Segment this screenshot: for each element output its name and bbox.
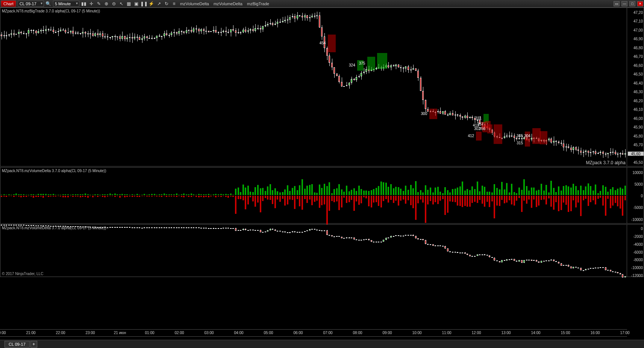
instrument-tab[interactable]: CL 09-17	[5, 341, 30, 348]
big-trade-box	[487, 124, 492, 133]
zoom-in-icon[interactable]: ⊕	[103, 1, 109, 7]
volume-delta-panel[interactable]: MZpack.NT8.mzVolumeDelta 3.7.0 alpha(CL …	[0, 167, 644, 224]
chart-title-badge: Chart	[1, 0, 16, 7]
x-tick: 03:00	[204, 331, 214, 335]
x-tick: 02:00	[174, 331, 184, 335]
indicator-label-3[interactable]: mzBigTrade	[245, 2, 271, 6]
y-tick: 5000	[635, 182, 643, 186]
y-tick: 0	[641, 194, 643, 198]
panel2-axis[interactable]: 1000050000-5000-10000	[627, 168, 644, 223]
watermark: MZpack 3.7.0 alpha	[586, 160, 626, 165]
big-trade-label: 324	[349, 63, 355, 67]
x-tick: 10:00	[412, 331, 421, 335]
y-tick: -10000	[631, 266, 643, 270]
strategy-icon[interactable]: ⚡	[148, 1, 155, 7]
x-tick: 11:00	[442, 331, 451, 335]
big-trade-box	[367, 57, 376, 70]
big-trade-label: 356	[479, 127, 485, 131]
x-tick: 13:00	[501, 331, 511, 335]
copyright: © 2017 NinjaTrader, LLC	[2, 272, 43, 276]
big-trade-box	[377, 53, 387, 69]
y-tick: -10000	[631, 217, 643, 221]
indicator-label-1[interactable]: mzVolumeDelta	[179, 2, 211, 6]
reload-icon[interactable]: ↻	[164, 1, 170, 7]
y-tick: 45,80	[633, 134, 643, 138]
big-trade-label: 375	[359, 61, 365, 65]
y-tick: 46,50	[633, 72, 643, 76]
price-marker: 45,60	[628, 151, 644, 156]
time-axis[interactable]: 20:0021:0022:0023:0021 июн01:0002:0003:0…	[0, 329, 627, 337]
snapshot-icon[interactable]: ▣	[133, 1, 139, 7]
y-tick: -5000	[633, 206, 643, 210]
y-tick: 47,00	[633, 28, 643, 32]
maximize-button[interactable]: □	[629, 1, 635, 6]
data-window-icon[interactable]: ▦	[126, 1, 132, 7]
y-tick: -8000	[633, 258, 643, 262]
big-trade-box	[540, 131, 547, 144]
big-trade-box	[525, 139, 530, 147]
y-tick: -12000	[631, 273, 643, 277]
y-tick: 46,80	[633, 45, 643, 50]
indicator-label-2[interactable]: mzVolumeDelta	[212, 2, 244, 6]
y-tick: 46,20	[633, 98, 643, 103]
y-tick: 46,00	[633, 116, 643, 120]
x-tick: 04:00	[234, 331, 243, 335]
search-icon[interactable]: 🔍	[45, 1, 52, 7]
x-tick: 21:00	[26, 331, 35, 335]
settings-icon[interactable]: ≡	[171, 1, 177, 7]
y-tick: 45,70	[633, 143, 643, 147]
big-trade-box	[494, 124, 502, 144]
y-tick: -4000	[633, 242, 643, 246]
x-tick: 09:00	[382, 331, 392, 335]
x-tick: 14:00	[531, 331, 540, 335]
cursor-icon[interactable]: ↖	[118, 1, 124, 7]
x-tick: 15:00	[561, 331, 570, 335]
pause-icon[interactable]: ❚❚	[141, 1, 147, 7]
y-tick: 46,40	[633, 81, 643, 85]
x-tick: 06:00	[293, 331, 303, 335]
big-trade-label: 311	[475, 116, 482, 120]
x-tick: 05:00	[264, 331, 273, 335]
y-tick: 45,90	[633, 125, 643, 129]
trend-icon[interactable]: ↗	[156, 1, 162, 7]
bars-icon[interactable]: ▮▮	[81, 1, 87, 7]
big-trade-label: 345	[517, 134, 523, 138]
x-tick: 21 июн	[114, 331, 126, 335]
x-tick: 08:00	[353, 331, 362, 335]
timeframe-dropdown[interactable]: 5 Minute	[53, 1, 79, 7]
minimize-button[interactable]: —	[621, 1, 627, 6]
add-tab-button[interactable]: +	[30, 341, 37, 348]
y-tick: 0	[641, 227, 643, 231]
big-trade-box	[328, 35, 336, 52]
big-trade-label: 300	[421, 112, 427, 116]
y-tick: 46,30	[633, 90, 643, 94]
y-tick: -2000	[633, 235, 643, 239]
instrument-dropdown[interactable]: CL 09-17	[18, 1, 44, 7]
y-tick: 46,70	[633, 54, 643, 59]
y-tick: 47,10	[633, 19, 643, 23]
dock-button[interactable]: ▭	[614, 1, 620, 6]
zoom-out-icon[interactable]: ⊖	[111, 1, 117, 7]
big-trade-label: 315	[517, 141, 523, 145]
y-tick: 10000	[632, 170, 643, 174]
panel1-price-axis[interactable]: 47,2047,1047,0046,9046,8046,7046,6046,50…	[627, 8, 644, 166]
close-button[interactable]: ✕	[637, 1, 643, 6]
price-panel[interactable]: MZpack.NT8.mzBigTrade 3.7.0 alpha(CL 09-…	[0, 8, 644, 166]
panel3-axis[interactable]: 0-2000-4000-6000-8000-10000-12000	[627, 225, 644, 277]
draw-icon[interactable]: ✎	[96, 1, 102, 7]
x-tick: 23:00	[85, 331, 95, 335]
cum-delta-panel[interactable]: MZpack.NT8.mzVolumeDelta 3.7.0 alpha(CL …	[0, 224, 644, 277]
crosshair-icon[interactable]: ✛	[88, 1, 94, 7]
y-tick: 46,10	[633, 107, 643, 112]
x-tick: 01:00	[145, 331, 154, 335]
x-tick: 22:00	[56, 331, 65, 335]
big-trade-box	[476, 132, 482, 141]
x-tick: 17:00	[620, 331, 629, 335]
y-tick: 47,20	[633, 10, 643, 14]
y-tick: 46,60	[633, 63, 643, 67]
big-trade-label: 412	[468, 134, 474, 138]
x-tick: 12:00	[471, 331, 481, 335]
big-trade-box	[532, 128, 541, 144]
y-tick: 45,50	[633, 160, 643, 165]
y-tick: -6000	[633, 250, 643, 254]
